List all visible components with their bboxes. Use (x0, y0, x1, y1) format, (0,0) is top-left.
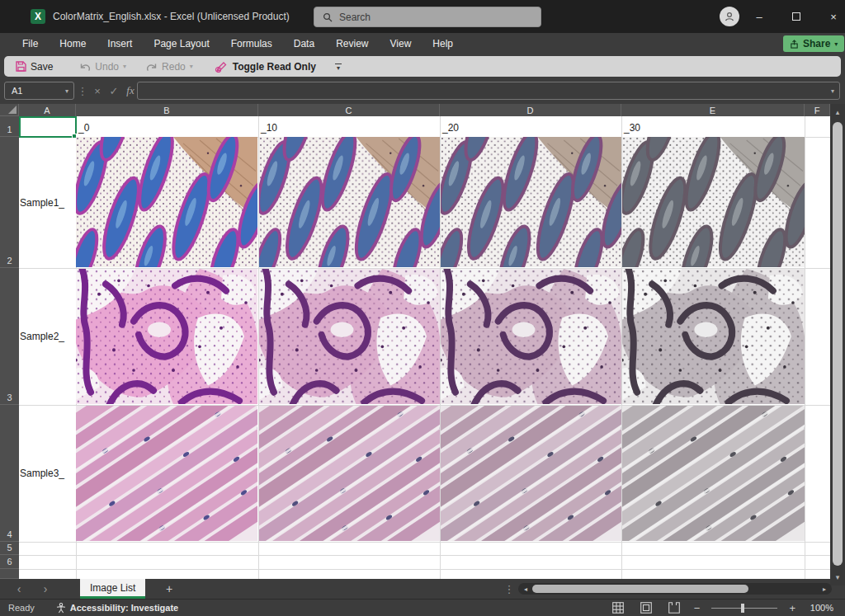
histology-image (441, 269, 621, 404)
minimize-button[interactable]: – (743, 0, 776, 33)
search-input[interactable]: Search (314, 7, 541, 27)
person-icon (724, 11, 735, 22)
redo-button[interactable]: Redo ▾ (142, 58, 197, 75)
column-header-d[interactable]: D (440, 104, 621, 116)
row-header-4[interactable]: 4 (0, 405, 19, 542)
vertical-scrollbar[interactable]: ▴ ▾ (830, 104, 845, 585)
image-sample2-sat0[interactable] (76, 269, 257, 404)
tab-page-layout[interactable]: Page Layout (143, 33, 220, 54)
column-header-f[interactable]: F (805, 104, 830, 116)
account-avatar[interactable] (720, 7, 739, 26)
image-sample3-sat20[interactable] (441, 406, 621, 541)
column-header-c[interactable]: C (258, 104, 440, 116)
cell-d1[interactable]: _20 (442, 116, 459, 137)
cell-a4[interactable]: Sample3_ (20, 405, 74, 542)
share-button[interactable]: Share ▾ (783, 35, 844, 52)
redo-dropdown-icon[interactable]: ▾ (190, 63, 193, 70)
column-header-a[interactable]: A (19, 104, 76, 116)
tab-review[interactable]: Review (325, 33, 379, 54)
cell-a2[interactable]: Sample1_ (20, 137, 74, 268)
histology-image (622, 406, 805, 541)
image-sample2-sat30[interactable] (622, 269, 805, 404)
image-sample2-sat10[interactable] (259, 269, 440, 404)
sheet-tab-image-list[interactable]: Image List (80, 579, 145, 599)
scroll-up-icon[interactable]: ▴ (830, 106, 845, 119)
close-button[interactable]: × (817, 0, 845, 33)
sheet-nav-left-icon[interactable]: ‹ (7, 579, 31, 599)
page-layout-view-button[interactable] (638, 600, 654, 615)
horizontal-scrollbar-thumb[interactable] (532, 585, 748, 593)
zoom-slider[interactable] (711, 608, 777, 609)
zoom-slider-thumb[interactable] (741, 604, 744, 613)
undo-label: Undo (95, 61, 119, 73)
normal-view-button[interactable] (610, 600, 626, 615)
row-header-3[interactable]: 3 (0, 268, 19, 405)
tab-data[interactable]: Data (283, 33, 325, 54)
formula-input[interactable] (137, 82, 840, 100)
column-header-e[interactable]: E (621, 104, 805, 116)
page-break-preview-button[interactable] (666, 600, 682, 615)
image-sample2-sat20[interactable] (441, 269, 621, 404)
tab-home[interactable]: Home (49, 33, 97, 54)
undo-button[interactable]: Undo ▾ (75, 58, 130, 75)
image-sample1-sat10[interactable] (259, 137, 440, 267)
scroll-left-icon[interactable]: ◂ (519, 583, 532, 595)
row-header-1[interactable]: 1 (0, 116, 19, 137)
name-box-chevron-icon[interactable]: ▾ (65, 87, 73, 95)
name-box[interactable]: A1 ▾ (4, 82, 74, 100)
sheet-nav-right-icon[interactable]: › (33, 579, 58, 599)
insert-function-button[interactable]: fx (122, 82, 139, 100)
tab-help[interactable]: Help (422, 33, 464, 54)
redo-icon (146, 62, 158, 72)
add-sheet-button[interactable]: + (158, 579, 180, 599)
horizontal-scrollbar[interactable]: ◂ ▸ (518, 583, 832, 595)
zoom-level[interactable]: 100% (807, 603, 833, 613)
cell-a3[interactable]: Sample2_ (20, 268, 74, 405)
zoom-in-button[interactable]: + (789, 602, 795, 614)
image-sample3-sat30[interactable] (622, 406, 805, 541)
column-header-b[interactable]: B (76, 104, 258, 116)
page-layout-icon (640, 602, 652, 614)
toggle-read-only-button[interactable]: Toggle Read Only (210, 58, 320, 75)
formula-bar-expand-icon[interactable]: ▾ (825, 82, 840, 100)
cell-c1[interactable]: _10 (261, 116, 277, 137)
zoom-out-button[interactable]: − (694, 602, 701, 614)
page-break-icon (668, 602, 680, 614)
row-header-5[interactable]: 5 (0, 542, 19, 555)
image-sample1-sat30[interactable] (622, 137, 805, 267)
image-sample1-sat0[interactable] (76, 137, 257, 267)
tab-formulas[interactable]: Formulas (220, 33, 283, 54)
scroll-down-icon[interactable]: ▾ (830, 571, 845, 584)
row-header-6[interactable]: 6 (0, 555, 19, 569)
save-button[interactable]: Save (12, 58, 57, 75)
scroll-right-icon[interactable]: ▸ (818, 583, 831, 595)
sheet-tab-bar: ‹ › Image List + ⋮ ◂ ▸ (0, 579, 830, 599)
select-all-button[interactable] (0, 104, 19, 116)
tab-insert[interactable]: Insert (97, 33, 143, 54)
row-header-2[interactable]: 2 (0, 137, 19, 268)
row-header-7-partial[interactable] (0, 569, 19, 579)
tab-view[interactable]: View (380, 33, 422, 54)
undo-dropdown-icon[interactable]: ▾ (123, 63, 126, 70)
maximize-button[interactable] (780, 0, 813, 33)
gridline (19, 569, 830, 570)
status-mode: Ready (8, 603, 35, 613)
pencil-slash-icon (215, 61, 229, 73)
enter-button[interactable]: ✓ (106, 82, 122, 100)
toggle-read-only-label: Toggle Read Only (233, 61, 316, 73)
image-sample1-sat20[interactable] (441, 137, 621, 267)
image-sample3-sat0[interactable] (76, 406, 257, 541)
cancel-button[interactable]: × (89, 82, 106, 100)
gridline (805, 116, 805, 579)
image-sample3-sat10[interactable] (259, 406, 440, 541)
search-placeholder: Search (339, 12, 371, 23)
cell-e1[interactable]: _30 (624, 116, 640, 137)
window-title: ColorMatrix_English.xlsx - Excel (Unlice… (53, 0, 290, 33)
cell-b1[interactable]: _0 (78, 116, 89, 137)
accessibility-button[interactable]: Accessibility: Investigate (56, 603, 178, 614)
vertical-scrollbar-thumb[interactable] (833, 122, 843, 566)
selected-cell-a1[interactable] (19, 116, 77, 138)
gridline (19, 542, 830, 543)
qat-overflow-button[interactable]: ▾ (335, 63, 342, 70)
tab-file[interactable]: File (12, 33, 49, 54)
